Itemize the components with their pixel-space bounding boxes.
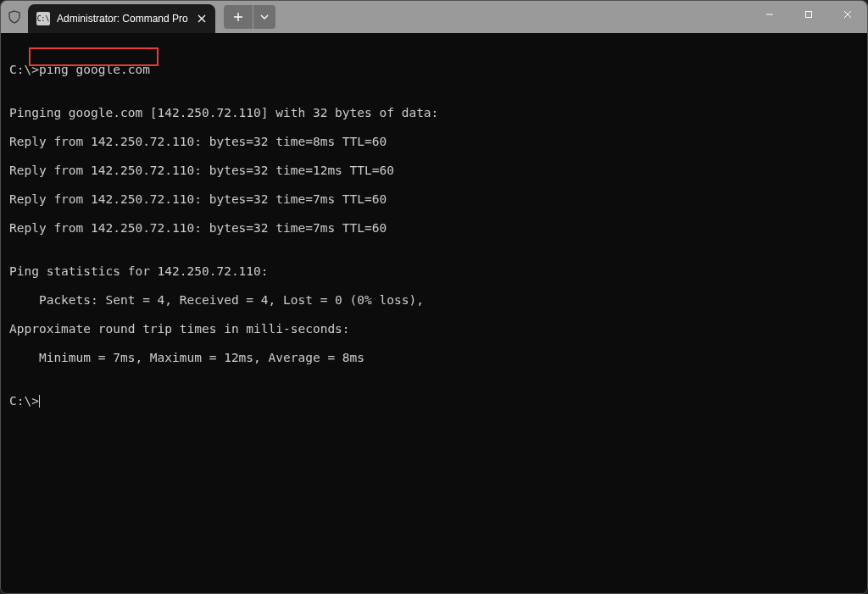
tab-area: C:\ Administrator: Command Pro [1, 1, 275, 33]
tab-dropdown-button[interactable] [253, 5, 275, 29]
prompt: C:\> [9, 394, 39, 408]
close-tab-button[interactable] [195, 12, 209, 25]
close-window-button[interactable] [828, 1, 867, 28]
terminal-output[interactable]: C:\>ping google.com Pinging google.com [… [1, 33, 867, 593]
output-line: Reply from 142.250.72.110: bytes=32 time… [9, 221, 859, 236]
tab-command-prompt[interactable]: C:\ Administrator: Command Pro [28, 4, 215, 33]
output-line: Approximate round trip times in milli-se… [9, 322, 859, 336]
prompt-line: C:\>ping google.com [9, 63, 859, 77]
titlebar: C:\ Administrator: Command Pro [1, 1, 867, 33]
output-line: Ping statistics for 142.250.72.110: [9, 264, 859, 279]
output-line: Pinging google.com [142.250.72.110] with… [9, 106, 859, 120]
cmd-icon: C:\ [36, 12, 50, 25]
new-tab-button[interactable] [224, 5, 253, 29]
output-line: Minimum = 7ms, Maximum = 12ms, Average =… [9, 351, 859, 365]
prompt-line: C:\> [9, 394, 859, 409]
window-controls [750, 1, 867, 28]
maximize-button[interactable] [789, 1, 828, 28]
tab-title: Administrator: Command Pro [57, 13, 188, 25]
output-line: Packets: Sent = 4, Received = 4, Lost = … [9, 293, 859, 308]
output-line: Reply from 142.250.72.110: bytes=32 time… [9, 164, 859, 178]
command-text: ping google.com [39, 63, 150, 76]
output-line: Reply from 142.250.72.110: bytes=32 time… [9, 192, 859, 207]
output-line: Reply from 142.250.72.110: bytes=32 time… [9, 135, 859, 149]
cursor [39, 395, 40, 408]
shield-icon [1, 1, 28, 33]
prompt: C:\> [9, 63, 39, 76]
minimize-button[interactable] [750, 1, 789, 28]
svg-rect-0 [806, 12, 812, 18]
